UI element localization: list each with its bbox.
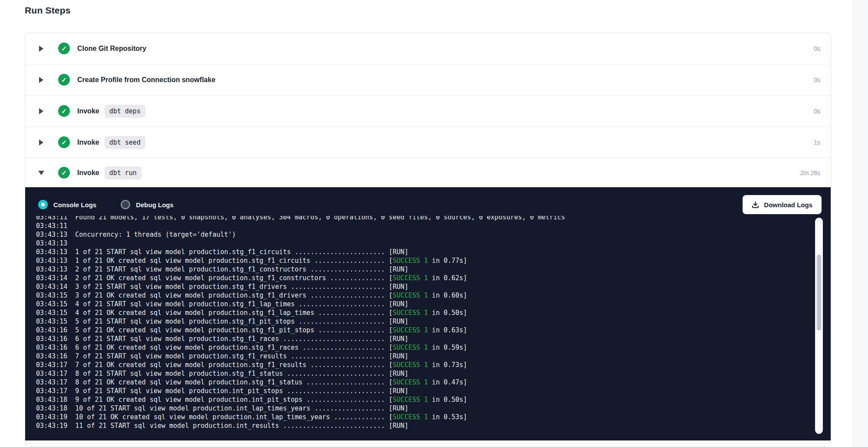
- log-text: 03:43:16 6 of 21 OK created sql view mod…: [36, 344, 393, 351]
- log-line: 03:43:13 1 of 21 OK created sql view mod…: [36, 256, 811, 265]
- log-line: 03:43:17 9 of 21 START sql view model pr…: [36, 387, 811, 395]
- log-line: 03:43:15 3 of 21 OK created sql view mod…: [36, 291, 811, 300]
- log-line: 03:43:17 8 of 21 OK created sql view mod…: [36, 378, 811, 387]
- log-success-tag: SUCCESS 1: [393, 309, 428, 317]
- success-check-icon: ✓: [58, 43, 70, 54]
- log-line: 03:43:19 11 of 21 START sql view model p…: [36, 421, 811, 430]
- log-text: 03:43:13 Concurrency: 1 threads (target=…: [36, 231, 236, 238]
- log-text: 03:43:19 10 of 21 OK created sql view mo…: [36, 413, 393, 421]
- log-success-tag: SUCCESS 1: [393, 344, 428, 351]
- log-text: 03:43:16 6 of 21 START sql view model pr…: [36, 335, 408, 343]
- step-command-chip: dbt deps: [105, 105, 145, 118]
- log-line: 03:43:15 4 of 21 START sql view model pr…: [36, 300, 811, 308]
- log-text: 03:43:17 8 of 21 START sql view model pr…: [36, 370, 408, 377]
- log-text: 03:43:17 8 of 21 OK created sql view mod…: [36, 378, 393, 386]
- log-line: 03:43:11: [36, 222, 811, 230]
- log-text: 03:43:11: [36, 222, 67, 230]
- step-label: Create Profile from Connection snowflake: [77, 76, 215, 84]
- debug-logs-label: Debug Logs: [136, 201, 174, 209]
- step-label: Invoke: [77, 139, 99, 146]
- next-row-divider: [25, 440, 831, 444]
- run-steps-card: ✓ Clone Git Repository 0s ✓ Create Profi…: [25, 33, 831, 447]
- run-steps-list: ✓ Clone Git Repository 0s ✓ Create Profi…: [25, 33, 831, 187]
- log-text: 03:43:13 1 of 21 START sql view model pr…: [36, 248, 408, 256]
- step-command-chip: dbt run: [105, 166, 141, 179]
- log-panel: Console Logs Debug Logs Download Logs 03: [25, 187, 831, 440]
- step-duration: 0s: [814, 76, 820, 83]
- chevron-right-icon[interactable]: [39, 77, 43, 83]
- chevron-right-icon[interactable]: [39, 46, 43, 52]
- log-text: 03:43:16 7 of 21 START sql view model pr…: [36, 352, 408, 360]
- step-row[interactable]: ✓ Clone Git Repository 0s: [25, 33, 831, 64]
- log-line: 03:43:16 5 of 21 OK created sql view mod…: [36, 326, 811, 334]
- log-text: 03:43:15 5 of 21 START sql view model pr…: [36, 318, 408, 325]
- log-success-tag: SUCCESS 1: [393, 257, 428, 265]
- log-text: 03:43:15 3 of 21 OK created sql view mod…: [36, 291, 393, 299]
- log-text: 03:43:15 4 of 21 START sql view model pr…: [36, 300, 408, 308]
- page-title: Run Steps: [25, 5, 831, 16]
- log-text: 03:43:19 11 of 21 START sql view model p…: [36, 422, 408, 430]
- log-text: in 0.77s]: [428, 257, 467, 265]
- download-logs-label: Download Logs: [764, 201, 812, 209]
- log-success-tag: SUCCESS 1: [393, 396, 428, 404]
- success-check-icon: ✓: [58, 74, 70, 86]
- log-text: 03:43:17 7 of 21 OK created sql view mod…: [36, 361, 393, 369]
- log-line: 03:43:16 6 of 21 OK created sql view mod…: [36, 343, 811, 352]
- log-text: 03:43:18 10 of 21 START sql view model p…: [36, 404, 408, 412]
- log-text: in 0.59s]: [428, 344, 467, 351]
- log-content: 03:43:11 Found 21 models, 17 tests, 0 sn…: [36, 216, 811, 430]
- radio-selected-icon[interactable]: [38, 200, 48, 209]
- log-line: 03:43:16 7 of 21 START sql view model pr…: [36, 352, 811, 361]
- log-text: in 0.60s]: [428, 291, 467, 299]
- log-text: 03:43:13: [36, 239, 67, 247]
- log-line: 03:43:13 Concurrency: 1 threads (target=…: [36, 230, 811, 239]
- download-logs-button[interactable]: Download Logs: [743, 195, 822, 214]
- chevron-box: [38, 171, 44, 175]
- log-text: 03:43:17 9 of 21 START sql view model pr…: [36, 387, 408, 395]
- chevron-down-icon[interactable]: [38, 171, 44, 175]
- chevron-right-icon[interactable]: [39, 139, 43, 146]
- log-line: 03:43:17 7 of 21 OK created sql view mod…: [36, 361, 811, 369]
- log-line: 03:43:13: [36, 239, 811, 248]
- console-logs-radio[interactable]: Console Logs: [38, 200, 96, 209]
- log-panel-header: Console Logs Debug Logs Download Logs: [25, 187, 831, 216]
- radio-unselected-icon[interactable]: [121, 200, 130, 209]
- success-check-icon: ✓: [58, 167, 70, 179]
- step-row[interactable]: ✓ Invoke dbt run 2m 26s: [25, 158, 831, 187]
- right-gutter: [853, 0, 868, 447]
- log-viewport[interactable]: 03:43:11 Found 21 models, 17 tests, 0 sn…: [36, 216, 811, 440]
- chevron-box: [38, 108, 44, 114]
- log-text: 03:43:14 3 of 21 START sql view model pr…: [36, 283, 408, 291]
- download-icon: [752, 201, 759, 209]
- step-row[interactable]: ✓ Invoke dbt deps 0s: [25, 96, 831, 127]
- log-success-tag: SUCCESS 1: [393, 378, 428, 386]
- log-text: in 0.63s]: [428, 326, 467, 334]
- log-success-tag: SUCCESS 1: [393, 361, 428, 369]
- chevron-box: [38, 46, 44, 52]
- step-label: Invoke: [77, 107, 99, 115]
- log-line: 03:43:15 4 of 21 OK created sql view mod…: [36, 308, 811, 317]
- step-label: Clone Git Repository: [77, 45, 146, 53]
- log-success-tag: SUCCESS 1: [393, 413, 428, 421]
- log-scrollbar-thumb[interactable]: [817, 255, 821, 331]
- run-steps-section: Run Steps ✓ Clone Git Repository 0s ✓ Cr…: [25, 0, 831, 447]
- log-line: 03:43:16 6 of 21 START sql view model pr…: [36, 334, 811, 343]
- step-row[interactable]: ✓ Invoke dbt seed 1s: [25, 127, 831, 158]
- log-line: 03:43:19 10 of 21 OK created sql view mo…: [36, 413, 811, 421]
- chevron-right-icon[interactable]: [39, 108, 43, 114]
- log-text: 03:43:18 9 of 21 OK created sql view mod…: [36, 396, 393, 404]
- step-row[interactable]: ✓ Create Profile from Connection snowfla…: [25, 64, 831, 96]
- log-text: in 0.50s]: [428, 396, 467, 404]
- log-text: 03:43:16 5 of 21 OK created sql view mod…: [36, 326, 393, 334]
- debug-logs-radio[interactable]: Debug Logs: [121, 200, 174, 209]
- step-duration: 0s: [814, 108, 820, 115]
- chevron-box: [38, 139, 44, 146]
- step-duration: 2m 26s: [800, 169, 820, 176]
- log-text: 03:43:14 2 of 21 OK created sql view mod…: [36, 274, 393, 282]
- chevron-box: [38, 77, 44, 83]
- log-text: in 0.47s]: [428, 378, 467, 386]
- success-check-icon: ✓: [58, 105, 70, 117]
- log-scrollbar-track[interactable]: [815, 218, 823, 434]
- log-success-tag: SUCCESS 1: [393, 274, 428, 282]
- success-check-icon: ✓: [58, 136, 70, 148]
